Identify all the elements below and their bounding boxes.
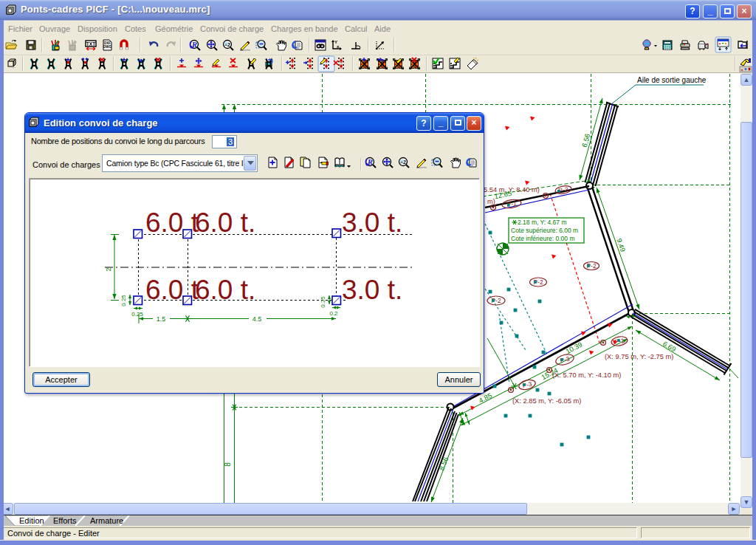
svg-text:2.18 m, Y: 4.67 m: 2.18 m, Y: 4.67 m	[518, 219, 566, 226]
svg-text:Edition: Edition	[19, 516, 44, 525]
svg-text:6.0 t: 6.0 t	[145, 275, 199, 305]
svg-text:DWG: DWG	[103, 45, 111, 49]
svg-text:8: 8	[224, 462, 232, 467]
svg-text:5.54 m, Y: 8.40 m): 5.54 m, Y: 8.40 m)	[484, 186, 540, 193]
svg-text:10.39: 10.39	[564, 340, 583, 355]
svg-text:Cote inférieure: 0.00 m: Cote inférieure: 0.00 m	[511, 235, 574, 242]
svg-text:4.5: 4.5	[252, 315, 262, 323]
svg-text:3.0 t.: 3.0 t.	[342, 208, 402, 238]
svg-text:1.5: 1.5	[157, 315, 166, 323]
svg-text:Aile de sortie gauche: Aile de sortie gauche	[637, 76, 707, 84]
svg-text:0.25: 0.25	[320, 296, 326, 308]
svg-text:P-1: P-1	[506, 199, 518, 208]
svg-text:6.0 t.: 6.0 t.	[195, 208, 255, 238]
svg-text:0.25: 0.25	[131, 311, 143, 318]
svg-text:TXT: TXT	[86, 41, 95, 47]
svg-text:(X: 2.85 m, Y: -6.05 m): (X: 2.85 m, Y: -6.05 m)	[512, 397, 581, 405]
svg-text:(X: 9.75 m, Y: -2.75 m): (X: 9.75 m, Y: -2.75 m)	[605, 353, 673, 360]
svg-text:9.49: 9.49	[615, 237, 627, 253]
svg-text:3.0 t.: 3.0 t.	[342, 275, 402, 305]
svg-text:6.56: 6.56	[580, 133, 591, 148]
svg-text:2: 2	[105, 267, 112, 271]
svg-text:(X: 5.70 m, Y: -4.10 m): (X: 5.70 m, Y: -4.10 m)	[552, 371, 621, 379]
svg-text:Efforts: Efforts	[53, 516, 77, 525]
svg-text:0.25: 0.25	[120, 295, 127, 306]
svg-text:x: x	[337, 44, 340, 49]
svg-text:Armature: Armature	[90, 516, 123, 525]
svg-text:Cote supérieure: 6.00 m: Cote supérieure: 6.00 m	[511, 227, 578, 234]
svg-text:m): m)	[487, 198, 495, 205]
svg-text:6.0 t.: 6.0 t.	[195, 275, 255, 305]
svg-text:6.0 t: 6.0 t	[145, 208, 199, 238]
svg-text:6.69: 6.69	[662, 340, 678, 354]
svg-text:0.2: 0.2	[329, 310, 338, 317]
